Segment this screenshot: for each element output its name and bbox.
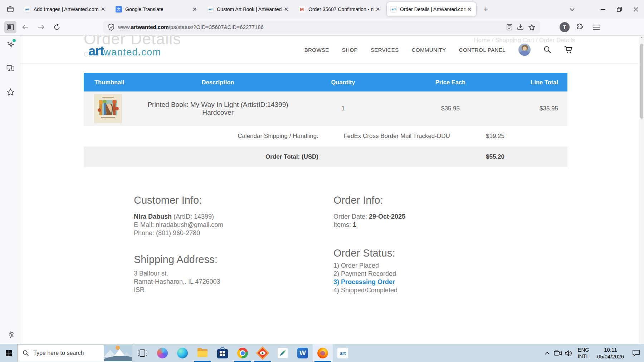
search-highlight-image[interactable] [104, 345, 132, 361]
language-indicator[interactable]: ENG INTL [577, 347, 589, 359]
tab-close-icon[interactable]: ✕ [99, 5, 107, 13]
site-header: artwanted.com BROWSE SHOP SERVICES COMMU… [20, 36, 639, 64]
reload-button[interactable] [51, 21, 63, 33]
chevron-down-icon [570, 8, 575, 11]
sidebar-settings-button[interactable] [4, 329, 16, 341]
page-scrollbar[interactable]: ⌃ [639, 36, 644, 344]
nav-browse[interactable]: BROWSE [304, 47, 329, 53]
extension-t-badge[interactable]: T [560, 22, 570, 32]
file-explorer-button[interactable] [192, 344, 213, 362]
avatar[interactable] [518, 44, 531, 56]
order-date-label: Order Date: [333, 213, 369, 220]
tab-close-icon[interactable]: ✕ [374, 5, 382, 13]
extensions-button[interactable] [574, 21, 586, 33]
chrome-button[interactable] [233, 344, 253, 362]
microsoft-store-icon [217, 349, 228, 358]
scrollbar-up-arrow[interactable]: ⌃ [639, 36, 644, 40]
minimize-icon [601, 7, 605, 12]
word-button[interactable]: W [293, 344, 313, 362]
close-window-button[interactable] [628, 2, 644, 16]
nav-control-panel[interactable]: CONTROL PANEL [459, 47, 506, 53]
artwanted-logo[interactable]: artwanted.com [88, 44, 161, 59]
shipping-address-heading: Shipping Address: [134, 254, 218, 266]
list-all-tabs-button[interactable] [566, 3, 578, 15]
volume-button[interactable] [563, 350, 574, 356]
photo-editor-button[interactable] [273, 344, 293, 362]
language-top: ENG [577, 347, 589, 353]
edge-button[interactable] [172, 344, 192, 362]
order-table: Thumbnail Description Quantity Price Eac… [84, 73, 567, 167]
action-center-button[interactable] [628, 349, 644, 357]
camera-icon [554, 350, 562, 356]
bookmark-star-icon[interactable] [528, 24, 535, 30]
nav-community[interactable]: COMMUNITY [412, 47, 446, 53]
app-menu-button[interactable] [590, 21, 602, 33]
firefox-view-button[interactable] [4, 3, 16, 15]
tab-close-icon[interactable]: ✕ [282, 5, 290, 13]
firefox-button[interactable] [313, 344, 333, 362]
tab-add-images[interactable]: art Add Images | ArtWanted.com ✕ [20, 2, 110, 16]
ai-chatbot-button[interactable] [4, 39, 16, 51]
status-step-3-active: 3) Processing Order [333, 278, 395, 286]
restore-icon [617, 7, 622, 12]
meet-now-button[interactable] [552, 350, 563, 356]
tab-order-confirmation-mail[interactable]: M Order 35607 Confirmation - nir ✕ [295, 2, 385, 16]
new-tab-button[interactable]: + [480, 4, 492, 15]
irfanview-eye-icon [256, 347, 269, 360]
clock[interactable]: 10:11 05/04/2026 [597, 346, 624, 360]
tray-expand-button[interactable] [542, 352, 552, 355]
tab-label: Custom Art Book | ArtWanted.c [217, 6, 282, 12]
order-items-label: Items: [333, 221, 353, 228]
order-total-label: Order Total: (USD) [84, 147, 334, 167]
reload-icon [54, 24, 60, 30]
photo-viewer-button[interactable] [253, 344, 273, 362]
screen: art Add Images | ArtWanted.com ✕ 文 Googl… [0, 0, 644, 362]
save-to-pocket-icon[interactable] [517, 24, 524, 30]
forward-button[interactable] [35, 21, 47, 33]
nav-services[interactable]: SERVICES [371, 47, 399, 53]
customer-info-heading: Customer Info: [134, 194, 202, 206]
task-view-icon [138, 349, 147, 357]
copilot-button[interactable] [152, 344, 172, 362]
reader-mode-icon[interactable] [507, 24, 512, 30]
artwanted-favicon: art [207, 6, 214, 13]
tab-custom-art-book[interactable]: art Custom Art Book | ArtWanted.c ✕ [204, 2, 293, 16]
tab-order-details-active[interactable]: art Order Details | ArtWanted.com ✕ [387, 2, 476, 16]
site-nav: BROWSE SHOP SERVICES COMMUNITY CONTROL P… [304, 36, 573, 64]
task-view-button[interactable] [132, 344, 152, 362]
back-button[interactable] [19, 21, 31, 33]
copilot-icon [157, 348, 168, 358]
google-translate-favicon: 文 [116, 6, 122, 13]
synced-tabs-button[interactable] [4, 62, 16, 74]
restore-button[interactable] [611, 2, 628, 16]
product-thumbnail[interactable] [94, 94, 122, 123]
customer-name-line: Nira Dabush (ArtID: 14399) [134, 213, 214, 220]
nav-shop[interactable]: SHOP [342, 47, 358, 53]
tab-google-translate[interactable]: 文 Google Translate ✕ [112, 2, 201, 16]
bookmarks-sidebar-button[interactable] [4, 86, 16, 98]
order-total-row: Order Total: (USD) $55.20 [84, 147, 567, 167]
shipping-row: Calendar Shipping / Handling: FedEx Cros… [84, 126, 567, 147]
tab-close-icon[interactable]: ✕ [465, 5, 473, 13]
taskbar-search-box[interactable]: Type here to search [17, 344, 132, 362]
status-step-2: 2) Payment Recorded [333, 270, 396, 278]
order-total-amount: $55.20 [459, 147, 514, 167]
url-bar[interactable]: www.artwanted.com/ps/status/?OID=35607&C… [103, 21, 540, 34]
system-tray: ENG INTL 10:11 05/04/2026 [542, 344, 644, 362]
microsoft-store-button[interactable] [213, 344, 233, 362]
product-row: Printed Book: My Way In Light (ArtistID:… [84, 91, 567, 126]
tab-close-icon[interactable]: ✕ [191, 5, 199, 13]
notification-dot [13, 39, 16, 42]
avatar-body [520, 51, 529, 56]
cart-icon[interactable] [564, 46, 573, 54]
artwanted-pinned-button[interactable]: art [333, 344, 353, 362]
search-icon[interactable] [543, 46, 551, 54]
start-button[interactable] [0, 344, 17, 362]
url-text: www.artwanted.com/ps/status/?OID=35607&C… [118, 24, 507, 30]
sidebar-toggle-button[interactable] [4, 21, 16, 33]
minimize-button[interactable] [595, 2, 611, 16]
customer-phone: Phone: (801) 960-2780 [134, 229, 200, 237]
search-placeholder: Type here to search [33, 350, 84, 356]
scrollbar-thumb[interactable] [640, 44, 643, 119]
tab-label: Order 35607 Confirmation - nir [308, 6, 374, 12]
